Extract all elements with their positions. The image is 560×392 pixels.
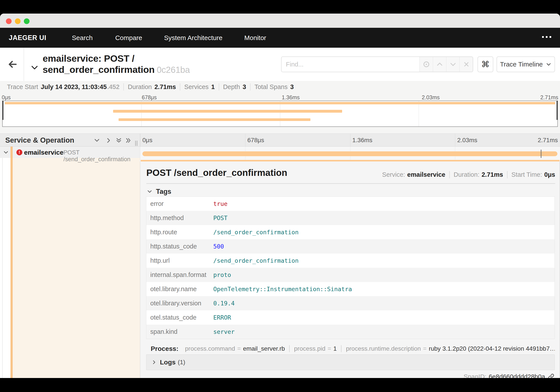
nav-item-compare[interactable]: Compare [115, 34, 142, 41]
tags-section-label: Tags [156, 188, 171, 196]
tick-label: 2.03ms [457, 137, 477, 144]
tags-table: errortrue http.methodPOST http.route/sen… [146, 196, 555, 339]
minimap-tick-labels: 0μs 678μs 1.36ms 2.03ms 2.71ms [0, 94, 560, 101]
timeline-column-header: Service & Operation 0μs 678μs 1.36ms [0, 133, 560, 147]
span-operation-name: POST /send_order_confirmation [63, 149, 140, 163]
trace-id: 0c261ba [157, 65, 190, 75]
timeline-gridline [350, 134, 350, 146]
tags-section-toggle[interactable]: Tags [147, 188, 171, 196]
process-section-toggle[interactable]: Process: process.command = email_server.… [147, 344, 555, 353]
span-id-label: SpanID: [463, 373, 487, 378]
tag-row: http.status_code500 [146, 239, 555, 253]
selected-span-highlight [13, 158, 140, 378]
span-row-name-column[interactable]: ! emailservice POST /send_order_confirma… [0, 147, 140, 158]
nav-item-system-architecture[interactable]: System Architecture [164, 34, 222, 41]
service-operation-header: Service & Operation [5, 136, 74, 144]
chevron-down-icon [147, 189, 152, 194]
find-next-icon[interactable] [446, 57, 459, 72]
minimap-viewport[interactable] [2, 101, 558, 127]
tick-label: 678μs [247, 137, 264, 144]
bottom-black-bar [0, 378, 560, 392]
locate-span-icon[interactable] [419, 57, 433, 72]
chevron-right-icon [152, 360, 157, 365]
span-accent-stripe [10, 158, 13, 378]
collapse-children-chevron-icon[interactable] [3, 150, 9, 155]
header-divider [24, 48, 24, 81]
timeline-minimap: 0μs 678μs 1.36ms 2.03ms 2.71ms [0, 93, 560, 133]
minimap-gridline [280, 101, 280, 126]
tag-row: errortrue [146, 197, 555, 211]
minimap-right-scrubber[interactable] [557, 101, 558, 120]
keyboard-shortcuts-button[interactable]: ⌘ [478, 56, 493, 72]
detail-duration-meta: Duration: 2.71ms [449, 171, 507, 178]
deep-link-icon[interactable] [547, 373, 555, 378]
span-id-value: 6e8d660dddd28b0a [489, 373, 545, 378]
trace-view-selector[interactable]: Trace Timeline [497, 56, 555, 72]
minimap-left-scrubber[interactable] [2, 101, 3, 120]
tag-row: http.methodPOST [146, 211, 555, 225]
minimap-gridline [141, 101, 141, 126]
process-command-item: process.command = email_server.rb [181, 345, 290, 352]
expand-all-icon[interactable] [116, 137, 122, 144]
nav-item-monitor[interactable]: Monitor [244, 34, 266, 41]
services-meta: Services 1 [180, 83, 219, 90]
logs-section-toggle[interactable]: Logs (1) [146, 354, 555, 370]
tick-label: 0μs [2, 94, 11, 101]
trace-page-header: emailservice: POST / send_order_confirma… [0, 48, 560, 81]
trace-view-selector-label: Trace Timeline [500, 60, 543, 68]
tag-row: otel.status_codeERROR [146, 311, 555, 325]
minimap-span-bar [113, 110, 342, 113]
collapse-trace-chevron-icon[interactable] [30, 63, 39, 72]
clear-find-icon[interactable] [459, 57, 473, 72]
detail-service-meta: Service: emailservice [378, 171, 449, 178]
tag-row: http.url/send_order_confirmation [146, 253, 555, 268]
process-section-label: Process: [151, 345, 179, 352]
maximize-window-button[interactable] [24, 18, 30, 24]
nav-item-search[interactable]: Search [72, 34, 93, 41]
total-spans-meta: Total Spans 3 [250, 83, 298, 90]
expand-one-level-icon[interactable] [94, 137, 100, 144]
column-resize-handle[interactable] [135, 141, 137, 146]
find-prev-icon[interactable] [433, 57, 446, 72]
collapse-all-icon[interactable] [125, 137, 132, 144]
tick-label: 0μs [142, 137, 152, 144]
span-detail-meta: Service: emailservice Duration: 2.71ms S… [378, 171, 555, 178]
indent-guide [2, 158, 3, 378]
trace-start-meta: Trace Start July 14 2023, 11:03:45 .452 [3, 83, 123, 90]
minimize-window-button[interactable] [15, 18, 20, 24]
overflow-menu-icon[interactable] [542, 36, 551, 38]
back-arrow-icon[interactable] [7, 59, 18, 70]
tick-label: 678μs [142, 94, 157, 101]
span-row[interactable]: ! emailservice POST /send_order_confirma… [0, 147, 560, 158]
trace-meta-strip: Trace Start July 14 2023, 11:03:45 .452 … [0, 81, 560, 93]
tag-row: span.kindserver [146, 325, 555, 339]
close-window-button[interactable] [6, 18, 12, 24]
find-input[interactable] [281, 57, 419, 72]
tag-row: otel.library.version0.19.4 [146, 296, 555, 311]
tag-row: otel.library.nameOpenTelemetry::Instrume… [146, 282, 555, 296]
tick-label: 1.36ms [352, 137, 372, 144]
tick-label: 2.71ms [540, 94, 558, 101]
span-row-gutter [0, 158, 140, 378]
tick-label: 1.36ms [282, 94, 300, 101]
tag-row: http.route/send_order_confirmation [146, 225, 555, 239]
process-runtime-item: process.runtime.description = ruby 3.1.2… [341, 345, 555, 352]
trace-title-line2: send_order_confirmation [43, 64, 155, 75]
trace-title-line1: emailservice: POST / [43, 53, 134, 64]
find-group [281, 56, 473, 72]
minimap-span-bar [119, 118, 310, 121]
collapse-one-level-icon[interactable] [105, 137, 112, 144]
error-icon: ! [16, 149, 22, 155]
logs-section-label: Logs [160, 359, 176, 366]
app-logo[interactable]: JAEGER UI [9, 34, 46, 42]
span-detail-title: POST /send_order_confirmation [146, 168, 287, 178]
span-rows-area: ! emailservice POST /send_order_confirma… [0, 147, 560, 378]
tick-label: 2.03ms [422, 94, 440, 101]
window-titlebar [0, 14, 560, 28]
trace-title: emailservice: POST / send_order_confirma… [43, 53, 190, 75]
detail-start-time-meta: Start Time: 0μs [507, 171, 555, 178]
timeline-header-ticks: 0μs 678μs 1.36ms 2.03ms 2.71ms [140, 134, 560, 146]
logs-count: (1) [178, 359, 185, 366]
span-service-name: emailservice [24, 149, 63, 156]
detail-divider [146, 183, 555, 184]
